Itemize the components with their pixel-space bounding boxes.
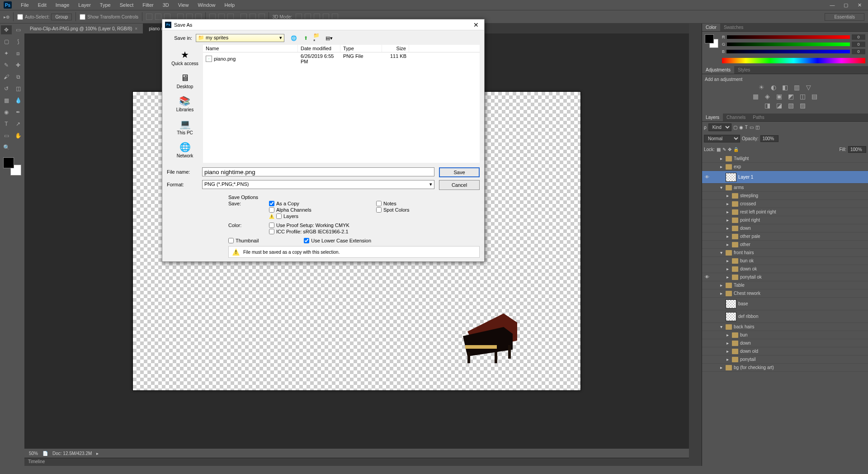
color-swatch[interactable] (705, 34, 718, 48)
visibility-icon[interactable]: 👁 (704, 275, 710, 280)
eyedropper-tool[interactable]: ✎ (1, 61, 12, 70)
close-tab-icon[interactable]: × (135, 26, 137, 31)
layer-row[interactable]: def ribbon (702, 310, 868, 323)
thumbnail-checkbox[interactable]: Thumbnail (228, 238, 259, 243)
layer-row[interactable]: 👁Layer 1 (702, 171, 868, 184)
heal-tool[interactable]: ✚ (13, 61, 24, 70)
slider-r[interactable] (727, 35, 850, 39)
layer-row[interactable]: ▸steepling (702, 192, 868, 200)
layer-row[interactable]: ▸Twilight (702, 155, 868, 163)
sidebar-libraries[interactable]: 📚Libraries (176, 95, 193, 112)
tab-layers[interactable]: Layers (702, 114, 723, 121)
menu-type[interactable]: Type (95, 2, 115, 8)
layer-row[interactable]: ▸Chest rework (702, 289, 868, 298)
layer-row[interactable]: ▾back hairs (702, 323, 868, 331)
blur-tool[interactable]: 💧 (13, 96, 24, 105)
layer-row[interactable]: ▸down old (702, 347, 868, 356)
slider-g[interactable] (727, 43, 850, 46)
tab-channels[interactable]: Channels (723, 114, 749, 121)
zoom-level[interactable]: 50% (29, 451, 38, 456)
auto-select-mode[interactable]: Group (51, 14, 72, 20)
layer-row[interactable]: 👁▸ponytail ok (702, 273, 868, 281)
menu-file[interactable]: File (16, 2, 33, 8)
layer-row[interactable]: ▸rest left point right (702, 208, 868, 216)
layer-kind-filter[interactable]: Kind (708, 123, 731, 131)
document-tab[interactable]: Piano-Clip-Art-PNG.png @ 100% (Layer 0, … (24, 24, 143, 33)
menu-3d[interactable]: 3D (158, 2, 174, 8)
sidebar-quick-access[interactable]: ★Quick access (171, 49, 198, 66)
artboard-tool[interactable]: ▭ (13, 25, 24, 34)
sidebar-network[interactable]: 🌐Network (177, 142, 193, 158)
layer-row[interactable]: ▸other pale (702, 232, 868, 241)
stamp-tool[interactable]: ⧉ (13, 72, 24, 81)
path-tool[interactable]: ↗ (13, 119, 24, 128)
opacity-input[interactable] (760, 135, 778, 142)
layer-row[interactable]: ▾front hairs (702, 249, 868, 257)
menu-help[interactable]: Help (220, 2, 240, 8)
menu-select[interactable]: Select (115, 2, 138, 8)
format-combo[interactable]: PNG (*.PNG;*.PNS)▾ (202, 180, 434, 189)
tab-paths[interactable]: Paths (749, 114, 768, 121)
file-list[interactable]: Name Date modified Type Size ▫piano.png6… (203, 45, 480, 163)
layer-row[interactable]: ▸Table (702, 281, 868, 289)
save-button[interactable]: Save (439, 167, 480, 177)
layer-row[interactable]: ▸bg (for checking art) (702, 364, 868, 372)
dialog-title-bar[interactable]: Ps Save As ✕ (162, 19, 484, 30)
spot-checkbox[interactable]: Spot Colors (376, 207, 480, 213)
marquee-tool[interactable]: ▢ (1, 37, 12, 46)
minimize-button[interactable]: — (828, 2, 836, 8)
hand-tool[interactable]: ✋ (13, 131, 24, 140)
dodge-tool[interactable]: ◉ (1, 108, 12, 117)
cancel-button[interactable]: Cancel (439, 180, 480, 190)
layer-row[interactable]: base (702, 298, 868, 310)
move-tool[interactable]: ✥ (1, 25, 12, 34)
layer-row[interactable]: ▸down (702, 339, 868, 347)
shape-tool[interactable]: ▭ (1, 131, 12, 140)
layer-row[interactable]: ▸bun (702, 331, 868, 339)
sidebar-desktop[interactable]: 🖥Desktop (177, 72, 193, 89)
alpha-checkbox[interactable]: Alpha Channels (269, 207, 373, 213)
tab-color[interactable]: Color (702, 24, 720, 31)
menu-window[interactable]: Window (193, 2, 220, 8)
icc-checkbox[interactable]: ICC Profile: sRGB IEC61966-2.1 (269, 229, 480, 234)
layer-row[interactable]: ▸crossed (702, 200, 868, 208)
tab-styles[interactable]: Styles (734, 66, 754, 74)
layer-row[interactable]: ▸point right (702, 216, 868, 224)
proof-checkbox[interactable]: Use Proof Setup: Working CMYK (269, 223, 480, 228)
back-icon[interactable]: 🌐 (290, 34, 298, 42)
type-tool[interactable]: T (1, 119, 12, 128)
menu-layer[interactable]: Layer (74, 2, 95, 8)
dialog-close-button[interactable]: ✕ (471, 21, 481, 28)
workspace-selector[interactable]: Essentials (825, 13, 864, 21)
layer-row[interactable]: ▾arms (702, 184, 868, 192)
layer-row[interactable]: ▸exp (702, 163, 868, 171)
fill-input[interactable] (848, 146, 866, 153)
maximize-button[interactable]: ▢ (842, 2, 850, 8)
color-spectrum[interactable] (722, 58, 865, 63)
lasso-tool[interactable]: ⟆ (13, 37, 24, 46)
tab-swatches[interactable]: Swatches (720, 24, 747, 31)
layer-row[interactable]: ▸down ok (702, 265, 868, 273)
blend-mode[interactable]: Normal (704, 135, 740, 142)
new-folder-icon[interactable]: 📁* (313, 34, 321, 42)
show-transform[interactable]: Show Transform Controls (80, 14, 138, 20)
tab-adjustments[interactable]: Adjustments (702, 66, 734, 74)
sidebar-this-pc[interactable]: 💻This PC (177, 118, 193, 135)
up-icon[interactable]: ⬆ (302, 34, 310, 42)
layer-row[interactable]: ▸down (702, 224, 868, 232)
layer-row[interactable]: ▸bun ok (702, 257, 868, 265)
auto-select[interactable]: Auto-Select: Group (17, 14, 72, 20)
color-swatches[interactable] (3, 157, 21, 175)
lowercase-checkbox[interactable]: Use Lower Case Extension (304, 238, 371, 243)
timeline-panel[interactable]: Timeline (24, 458, 689, 466)
notes-checkbox[interactable]: Notes (376, 201, 480, 206)
layer-row[interactable]: ▸ponytail (702, 356, 868, 364)
pen-tool[interactable]: ✒ (13, 108, 24, 117)
menu-image[interactable]: Image (51, 2, 74, 8)
view-icon[interactable]: ▤▾ (325, 34, 333, 42)
as-copy-checkbox[interactable]: As a Copy (269, 201, 373, 206)
brush-tool[interactable]: 🖌 (1, 72, 12, 81)
eraser-tool[interactable]: ◫ (13, 84, 24, 93)
history-brush-tool[interactable]: ↺ (1, 84, 12, 93)
zoom-tool[interactable]: 🔍 (1, 143, 12, 152)
